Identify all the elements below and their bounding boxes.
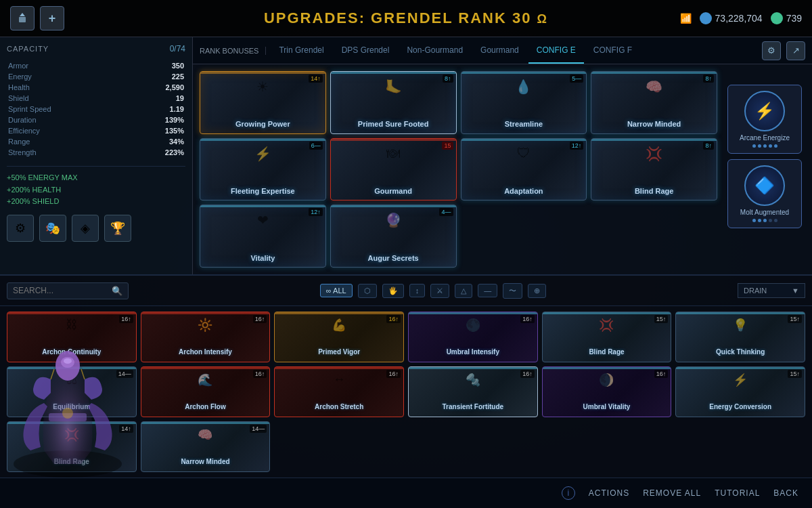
- browse-mod-name: Blind Rage: [587, 347, 626, 356]
- mod-icon: ☀: [256, 79, 269, 95]
- tutorial-button[interactable]: TUTORIAL: [715, 488, 760, 498]
- browse-mod-card[interactable]: 14— ⚖ Equilibrium: [7, 366, 137, 417]
- equipped-mod-card[interactable]: 14↑ ☀ Growing Power: [200, 71, 326, 134]
- icon-btn-3[interactable]: ◈: [72, 215, 99, 242]
- equipped-mod-card[interactable]: 12↑ ❤ Vitality: [200, 205, 326, 268]
- browse-mod-card[interactable]: 14— 🧠 Narrow Minded: [141, 421, 271, 472]
- filter-btn-8[interactable]: ⊕: [528, 284, 546, 298]
- mod-top-bar: [461, 72, 587, 74]
- filter-all[interactable]: ∞ ALL: [320, 284, 353, 297]
- mod-rank: 5—: [570, 75, 583, 83]
- mod-name: Blind Rage: [632, 186, 676, 196]
- filter-btn-7[interactable]: 〜: [503, 283, 522, 299]
- actions-button[interactable]: ACTIONS: [589, 488, 629, 498]
- browse-mod-rank: 15↑: [788, 370, 802, 378]
- browse-mod-card[interactable]: 15↑ 💡 Quick Thinking: [675, 312, 805, 362]
- browse-mod-card[interactable]: 15↑ 💢 Blind Rage: [542, 312, 672, 362]
- browse-mod-top-bar: [543, 367, 671, 369]
- arcane-card[interactable]: ⚡ Arcane Energize: [727, 85, 802, 154]
- mod-rank: 14↑: [309, 75, 323, 83]
- browse-mod-card[interactable]: 16↑ 🌊 Archon Flow: [141, 366, 271, 417]
- drain-select[interactable]: DRAIN ▼: [738, 283, 805, 298]
- stat-value: 34%: [169, 137, 184, 146]
- stat-value: 19: [176, 94, 184, 102]
- tab-non-gourmand[interactable]: Non-Gourmand: [399, 37, 471, 64]
- equipped-mod-card[interactable]: 8↑ 💢 Blind Rage: [591, 138, 717, 201]
- browse-mod-top-bar: [141, 312, 270, 314]
- browse-mod-card[interactable]: 16↑ ⛓ Archon Continuity: [7, 312, 137, 362]
- info-icon[interactable]: i: [562, 486, 575, 500]
- equipped-mod-card[interactable]: 8↑ 🦶 Primed Sure Footed: [330, 71, 457, 134]
- mod-top-bar: [591, 72, 717, 74]
- browse-mod-name: Archon Flow: [183, 402, 228, 411]
- tab-config-e[interactable]: CONFIG E: [528, 37, 584, 64]
- remove-all-button[interactable]: REMOVE ALL: [643, 488, 701, 498]
- settings-icon-tab[interactable]: ⚙: [762, 41, 781, 60]
- plus-icon: +: [49, 12, 56, 26]
- add-config-button[interactable]: +: [40, 6, 64, 30]
- icon-btn-1[interactable]: ⚙: [7, 215, 34, 242]
- tab-trin-grendel[interactable]: Trin Grendel: [271, 37, 332, 64]
- mod-browse-area: 16↑ ⛓ Archon Continuity 16↑ 🔆 Archon Int…: [0, 306, 812, 478]
- equipped-mod-card[interactable]: 5— 💧 Streamline: [461, 71, 587, 134]
- browse-mod-rank: 16↑: [520, 315, 535, 323]
- equipped-mod-card[interactable]: 12↑ 🛡 Adaptation: [461, 138, 587, 201]
- warframe-icon-button[interactable]: [10, 6, 35, 30]
- browse-mod-top-bar: [275, 312, 403, 314]
- equipped-mod-card[interactable]: 4— 🔮 Augur Secrets: [330, 205, 457, 268]
- browse-mod-name: Blind Rage: [52, 457, 91, 466]
- browse-mod-card[interactable]: 16↑ 🔆 Archon Intensify: [141, 312, 271, 362]
- mod-rank: 12↑: [570, 142, 584, 150]
- filter-btn-1[interactable]: ⬡: [358, 284, 377, 298]
- browse-mod-top-bar: [141, 367, 270, 369]
- browse-mod-icon: 🔆: [198, 318, 212, 333]
- filter-btn-2[interactable]: 🖐: [382, 284, 404, 298]
- mod-rank: 8↑: [703, 142, 714, 150]
- browse-mod-icon: 🌑: [466, 318, 480, 333]
- browse-mod-card[interactable]: 15↑ ⚡ Energy Conversion: [675, 366, 805, 417]
- browse-mod-top-bar: [409, 312, 537, 314]
- mod-top-bar: [200, 72, 325, 74]
- filter-btn-3[interactable]: ↕: [409, 284, 426, 297]
- browse-mod-name: Archon Intensify: [177, 347, 234, 356]
- equipped-mod-card[interactable]: 6— ⚡ Fleeting Expertise: [200, 138, 326, 201]
- tab-config-f[interactable]: CONFIG F: [585, 37, 640, 64]
- search-input[interactable]: [13, 286, 108, 295]
- filter-btn-6[interactable]: —: [478, 284, 497, 297]
- back-button[interactable]: BACK: [773, 488, 798, 498]
- export-icon-tab[interactable]: ↗: [786, 41, 805, 60]
- browse-mod-icon: 🔩: [466, 373, 480, 387]
- equipped-mod-card[interactable]: 8↑ 🧠 Narrow Minded: [591, 71, 717, 134]
- browse-mod-rank: 16↑: [654, 370, 669, 378]
- filter-btn-4[interactable]: ⚔: [430, 284, 449, 298]
- capacity-label: CAPACITY: [7, 45, 49, 53]
- tab-gourmand[interactable]: Gourmand: [472, 37, 527, 64]
- top-left-controls: +: [10, 6, 64, 30]
- search-wrap[interactable]: 🔍: [7, 282, 129, 299]
- tab-dps-grendel[interactable]: DPS Grendel: [334, 37, 398, 64]
- browse-mod-name: Primed Vigor: [316, 347, 362, 356]
- browse-mod-card[interactable]: 16↑ 💪 Primed Vigor: [274, 312, 404, 362]
- icon-btn-2[interactable]: 🎭: [39, 215, 66, 242]
- mod-rank: 6—: [309, 142, 323, 150]
- browse-mod-card[interactable]: 16↑ ↔ Archon Stretch: [274, 366, 404, 417]
- browse-mod-name: Umbral Vitality: [581, 402, 633, 411]
- arcane-card[interactable]: 🔷 Molt Augmented: [727, 159, 802, 228]
- browse-mod-card[interactable]: 16↑ 🔩 Transient Fortitude: [408, 366, 538, 417]
- browse-mod-card[interactable]: 14↑ 💢 Blind Rage: [7, 421, 137, 472]
- mod-name: Growing Power: [233, 119, 293, 129]
- mod-top-bar: [591, 139, 717, 141]
- equipped-mod-card[interactable]: 15 🍽 Gourmand: [330, 138, 457, 201]
- browse-mod-card[interactable]: 16↑ 🌑 Umbral Intensify: [408, 312, 538, 362]
- stat-value: 135%: [165, 127, 184, 135]
- top-bar: + UPGRADES: GRENDEL RANK 30 ω 📶 73,228,7…: [0, 0, 812, 37]
- browse-mod-card[interactable]: 16↑ 🌒 Umbral Vitality: [542, 366, 672, 417]
- browse-mod-rank: 15↑: [788, 315, 802, 323]
- capacity-value: 0/74: [170, 44, 185, 54]
- arcane-section: ⚡ Arcane Energize 🔷 Molt Augmented: [724, 71, 805, 268]
- icon-btn-4[interactable]: 🏆: [104, 215, 131, 242]
- stat-row: Duration 139%: [8, 114, 184, 125]
- stat-name: Sprint Speed: [8, 105, 51, 113]
- browse-mod-rank: 16↑: [386, 315, 401, 323]
- filter-btn-5[interactable]: △: [455, 284, 472, 298]
